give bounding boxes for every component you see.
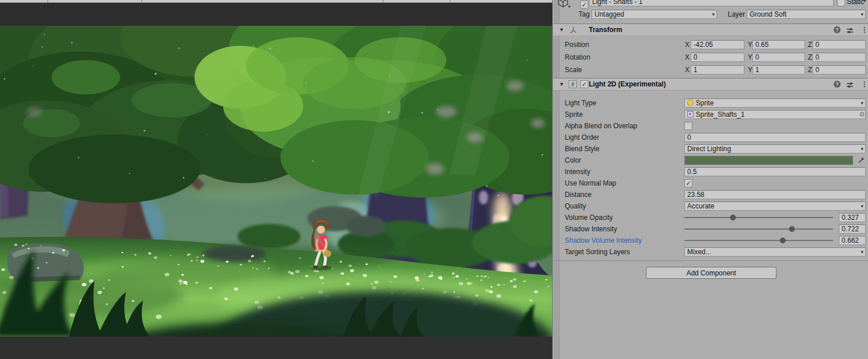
component-divider: [553, 261, 868, 261]
sprite-label: Sprite: [565, 110, 582, 119]
light-type-dropdown[interactable]: Sprite ▾: [684, 98, 866, 108]
gameobject-cube-icon[interactable]: [557, 0, 569, 10]
static-dropdown-icon[interactable]: ▾: [863, 0, 866, 3]
shadow-intensity-row: Shadow Intensity 0.722: [553, 224, 868, 234]
light-order-field[interactable]: 0: [684, 133, 866, 142]
foldout-icon[interactable]: ▼: [559, 24, 564, 35]
static-checkbox[interactable]: ✓: [837, 0, 845, 6]
light-type-value: Sprite: [696, 99, 714, 107]
use-normal-map-label: Use Normal Map: [565, 179, 616, 188]
tag-label: Tag: [578, 10, 589, 19]
scale-y-field[interactable]: 1: [752, 65, 805, 74]
color-swatch[interactable]: [684, 156, 853, 165]
gameobject-enabled-checkbox[interactable]: ✓: [580, 1, 588, 9]
tag-layer-row: Tag Untagged ▾ Layer Ground Soft ▾: [553, 10, 868, 19]
intensity-row: Intensity 0.5: [553, 167, 868, 176]
volume-opacity-label: Volume Opacity: [565, 213, 613, 222]
script-icon: #: [569, 80, 577, 88]
intensity-label: Intensity: [565, 167, 590, 176]
use-normal-map-checkbox[interactable]: ✓: [684, 179, 692, 187]
use-normal-map-row: Use Normal Map ✓: [553, 179, 868, 188]
alpha-blend-checkbox[interactable]: ✓: [684, 122, 692, 130]
more-menu-icon[interactable]: ⋮: [861, 26, 868, 34]
inspector-panel: ▾ ✓ Light - Shafts - 1 ✓ Static ▾ Tag Un…: [552, 0, 868, 359]
axis-x-label: X: [685, 40, 689, 49]
rotation-z-field[interactable]: 0: [812, 53, 866, 62]
position-label: Position: [565, 40, 589, 49]
rotation-x-field[interactable]: 0: [691, 53, 744, 62]
add-component-button[interactable]: Add Component: [646, 267, 776, 279]
rotation-y-field[interactable]: 0: [752, 53, 805, 62]
blend-style-value: Direct Lighting: [687, 145, 731, 153]
game-view-pane[interactable]: [0, 0, 552, 359]
quality-label: Quality: [565, 202, 586, 211]
chevron-down-icon: ▾: [861, 248, 863, 256]
position-z-field[interactable]: 0: [812, 40, 866, 49]
axis-y-label: Y: [748, 65, 752, 74]
presets-icon[interactable]: [846, 26, 854, 38]
alpha-blend-label: Alpha Blend on Overlap: [565, 121, 637, 131]
object-picker-icon[interactable]: ⊙: [859, 110, 865, 119]
shadow-volume-intensity-row: Shadow Volume Intensity 0.662: [553, 236, 868, 245]
quality-value: Accurate: [687, 202, 714, 210]
gameobject-name-field[interactable]: Light - Shafts - 1: [589, 0, 834, 6]
sprite-row: Sprite Sprite_Shafts_1 ⊙: [553, 110, 868, 119]
light2d-header[interactable]: ▼ # ✓ Light 2D (Experimental) ? ⋮: [553, 78, 868, 90]
volume-opacity-slider[interactable]: [684, 213, 833, 222]
axis-x-label: X: [685, 53, 689, 62]
position-y-field[interactable]: 0.65: [752, 40, 805, 49]
letterbox-bottom: [0, 337, 552, 359]
slider-knob[interactable]: [780, 238, 786, 243]
shadow-volume-intensity-label: Shadow Volume Intensity: [565, 236, 642, 245]
scale-z-field[interactable]: 0: [812, 65, 866, 74]
quality-dropdown[interactable]: Accurate ▾: [684, 202, 866, 211]
presets-icon[interactable]: [846, 81, 854, 92]
help-icon[interactable]: ?: [834, 26, 841, 33]
distance-label: Distance: [565, 190, 592, 199]
position-x-field[interactable]: -42.05: [691, 40, 744, 49]
chevron-down-icon: ▾: [861, 202, 863, 210]
sprite-object-field[interactable]: Sprite_Shafts_1 ⊙: [684, 110, 866, 119]
shadow-intensity-label: Shadow Intensity: [565, 224, 617, 234]
light-order-label: Light Order: [565, 133, 599, 142]
distance-field[interactable]: 23.58: [684, 190, 866, 199]
foldout-icon[interactable]: ▼: [559, 78, 564, 90]
tag-dropdown[interactable]: Untagged ▾: [592, 10, 717, 19]
shadow-volume-intensity-field[interactable]: 0.662: [839, 236, 866, 245]
slider-knob[interactable]: [730, 215, 736, 220]
transform-title: Transform: [589, 24, 623, 35]
help-icon[interactable]: ?: [834, 81, 841, 88]
quality-row: Quality Accurate ▾: [553, 202, 868, 211]
target-sorting-layers-dropdown[interactable]: Mixed... ▾: [684, 247, 866, 257]
target-sorting-layers-label: Target Sorting Layers: [565, 247, 630, 257]
unity-editor: ▾ ✓ Light - Shafts - 1 ✓ Static ▾ Tag Un…: [0, 0, 868, 359]
light2d-enabled-checkbox[interactable]: ✓: [580, 80, 588, 88]
shadow-intensity-field[interactable]: 0.722: [839, 224, 866, 234]
intensity-field[interactable]: 0.5: [684, 167, 866, 176]
volume-opacity-field[interactable]: 0.327: [839, 213, 866, 222]
chevron-down-icon: ▾: [861, 10, 863, 18]
scale-x-field[interactable]: 1: [691, 65, 744, 74]
shadow-intensity-slider[interactable]: [684, 224, 833, 234]
eyedropper-icon[interactable]: [858, 156, 865, 166]
light2d-title: Light 2D (Experimental): [589, 78, 666, 90]
chevron-down-icon: ▾: [861, 99, 863, 107]
tab-strip-edge: [0, 0, 552, 3]
gameobject-name-value: Light - Shafts - 1: [592, 0, 643, 6]
layer-dropdown[interactable]: Ground Soft ▾: [747, 10, 866, 19]
light-order-row: Light Order 0: [553, 133, 868, 142]
sprite-value: Sprite_Shafts_1: [696, 111, 744, 119]
shadow-volume-intensity-slider[interactable]: [684, 236, 833, 245]
more-menu-icon[interactable]: ⋮: [861, 81, 868, 88]
axis-x-label: X: [685, 65, 689, 74]
gameobject-icon-caret[interactable]: ▾: [568, 4, 570, 9]
slider-knob[interactable]: [789, 226, 795, 232]
blend-style-dropdown[interactable]: Direct Lighting ▾: [684, 144, 866, 153]
transform-header[interactable]: ▼ Transform ? ⋮: [553, 23, 868, 36]
target-sorting-layers-value: Mixed...: [687, 248, 711, 256]
static-label: Static: [847, 0, 864, 6]
rotation-label: Rotation: [565, 53, 590, 62]
scene-viewport[interactable]: [0, 26, 552, 337]
tag-value: Untagged: [594, 10, 624, 18]
volume-opacity-row: Volume Opacity 0.327: [553, 213, 868, 222]
